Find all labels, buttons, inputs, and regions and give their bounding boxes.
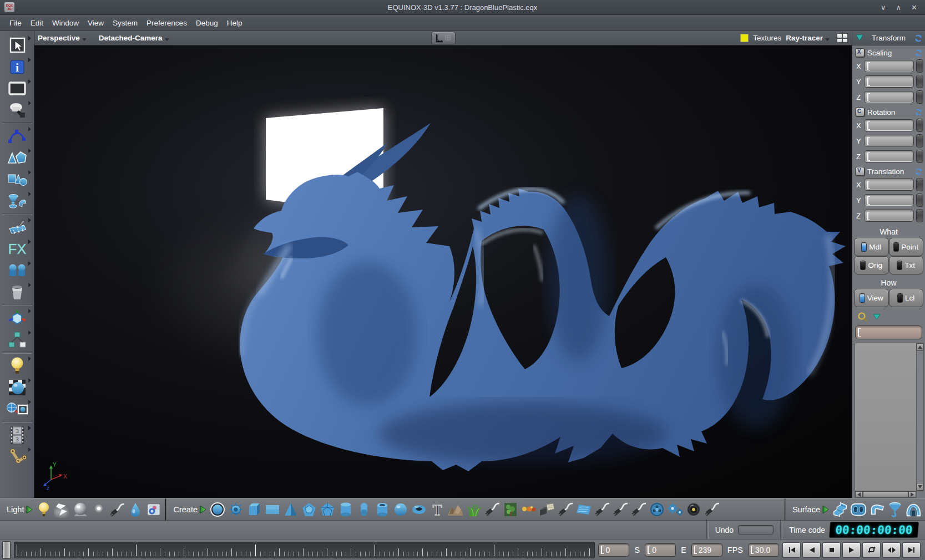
axes-tool-button[interactable] xyxy=(2,307,32,329)
select-tool-button[interactable] xyxy=(2,34,32,56)
render-view-tool-button[interactable] xyxy=(2,398,32,420)
surface-blend-button[interactable] xyxy=(850,501,867,518)
primitives-tool-button[interactable] xyxy=(2,169,32,190)
viewport-canvas[interactable]: Y X z xyxy=(34,45,852,498)
translate-y-stepper[interactable] xyxy=(916,194,923,207)
animation-tool-button[interactable]: 33 xyxy=(2,424,32,446)
what-orig-button[interactable]: Orig xyxy=(854,256,889,274)
create-plane-button[interactable] xyxy=(264,501,281,518)
scroll-right-button[interactable] xyxy=(908,491,916,497)
rotate-x-stepper[interactable] xyxy=(916,119,923,132)
rotate-y-stepper[interactable] xyxy=(916,134,923,147)
menu-debug[interactable]: Debug xyxy=(192,17,222,29)
menu-window[interactable]: Window xyxy=(48,17,83,29)
undo-field[interactable] xyxy=(738,525,774,534)
menu-help[interactable]: Help xyxy=(223,17,246,29)
stop-button[interactable] xyxy=(822,542,841,558)
fps-input[interactable]: 30.0 xyxy=(748,543,779,557)
info-tool-button[interactable]: i xyxy=(2,56,32,78)
surface-shell-button[interactable] xyxy=(905,501,922,518)
create-circle-button[interactable] xyxy=(209,501,226,518)
duplicate-tool-button[interactable] xyxy=(2,259,32,281)
go-to-start-button[interactable] xyxy=(782,542,801,558)
mirror-ball-light-button[interactable] xyxy=(72,501,89,518)
create-metal-button[interactable] xyxy=(539,501,555,518)
create-particles-button[interactable] xyxy=(520,501,537,518)
play-reverse-button[interactable] xyxy=(802,542,821,558)
loop-button[interactable] xyxy=(862,542,881,558)
create-plug-button[interactable] xyxy=(612,501,629,518)
cable-light-button[interactable] xyxy=(109,501,125,518)
refresh-icon[interactable] xyxy=(914,108,923,116)
menu-preferences[interactable]: Preferences xyxy=(143,17,191,29)
scroll-left-button[interactable] xyxy=(855,491,863,497)
vertical-scrollbar[interactable] xyxy=(917,343,924,491)
layout-grid-button[interactable] xyxy=(836,33,848,43)
scale-y-stepper[interactable] xyxy=(916,75,923,88)
close-button[interactable]: ✕ xyxy=(911,3,917,12)
refresh-icon[interactable] xyxy=(914,49,923,57)
menu-system[interactable]: System xyxy=(109,17,141,29)
display-tool-button[interactable] xyxy=(2,78,32,99)
end-frame-input[interactable]: 239 xyxy=(691,543,722,557)
light-tool-button[interactable] xyxy=(2,355,32,376)
uv-paint-tool-button[interactable] xyxy=(2,216,32,238)
rotate-x-input[interactable] xyxy=(864,119,914,131)
scale-z-stepper[interactable] xyxy=(916,90,923,104)
scrollbar-thumb[interactable] xyxy=(863,491,908,497)
create-grass-button[interactable] xyxy=(466,501,482,518)
create-terrain-button[interactable] xyxy=(447,501,464,518)
search-icon[interactable] xyxy=(857,312,868,322)
view-mode-dropdown[interactable]: Perspective xyxy=(38,34,87,42)
start-frame-input[interactable]: 0 xyxy=(645,543,676,557)
timeline-ruler[interactable] xyxy=(14,542,595,558)
fx-tool-button[interactable]: FX xyxy=(2,238,32,259)
surface-extrude-button[interactable] xyxy=(832,501,848,518)
create-water-button[interactable] xyxy=(575,501,592,518)
create-capsule-button[interactable] xyxy=(356,501,372,518)
playhead-handle[interactable] xyxy=(2,541,11,559)
translate-x-input[interactable] xyxy=(864,179,914,191)
what-mdl-button[interactable]: Mdl xyxy=(854,238,889,256)
create-group-label[interactable]: Create xyxy=(173,505,206,514)
what-point-button[interactable]: Point xyxy=(889,238,924,256)
refresh-icon[interactable] xyxy=(914,167,923,176)
horizontal-scrollbar[interactable] xyxy=(855,491,917,498)
rotate-z-stepper[interactable] xyxy=(916,150,923,163)
current-frame-input[interactable]: 0 xyxy=(598,543,629,557)
camera-dropdown[interactable]: Detached-Camera xyxy=(99,34,169,42)
create-dodecahedron-button[interactable] xyxy=(301,501,317,518)
create-cube-button[interactable] xyxy=(246,501,262,518)
point-light-button[interactable] xyxy=(90,501,107,518)
create-text-button[interactable]: T xyxy=(429,501,446,518)
scale-x-stepper[interactable] xyxy=(916,59,923,73)
area-light-button[interactable] xyxy=(54,501,70,518)
create-lens-button[interactable] xyxy=(685,501,702,518)
menu-edit[interactable]: Edit xyxy=(27,17,47,29)
translate-y-input[interactable] xyxy=(864,194,914,206)
what-txt-button[interactable]: Txt xyxy=(889,256,924,274)
maximize-button[interactable]: ∧ xyxy=(896,3,902,12)
create-gear-sun-button[interactable] xyxy=(228,501,244,518)
surface-lathe-button[interactable] xyxy=(887,501,903,518)
create-plug-button[interactable] xyxy=(557,501,574,518)
how-view-button[interactable]: View xyxy=(854,289,889,307)
refresh-icon[interactable] xyxy=(914,34,923,43)
menu-view[interactable]: View xyxy=(84,17,108,29)
surface-group-label[interactable]: Surface xyxy=(792,505,829,514)
scroll-up-button[interactable] xyxy=(917,343,923,351)
how-lcl-button[interactable]: Lcl xyxy=(889,289,924,307)
create-geodesic-button[interactable] xyxy=(319,501,336,518)
create-tube-button[interactable] xyxy=(374,501,391,518)
skeleton-tool-button[interactable] xyxy=(2,446,32,467)
scale-y-input[interactable] xyxy=(864,75,914,88)
create-gear-wheel-button[interactable] xyxy=(649,501,665,518)
ping-pong-button[interactable] xyxy=(882,542,901,558)
search-input[interactable] xyxy=(855,325,922,339)
material-tool-button[interactable] xyxy=(2,376,32,398)
create-sphere-button[interactable] xyxy=(392,501,409,518)
create-plug-button[interactable] xyxy=(704,501,720,518)
delete-tool-button[interactable] xyxy=(2,281,32,303)
minimize-button[interactable]: ∨ xyxy=(881,3,886,12)
object-list[interactable] xyxy=(855,343,917,491)
